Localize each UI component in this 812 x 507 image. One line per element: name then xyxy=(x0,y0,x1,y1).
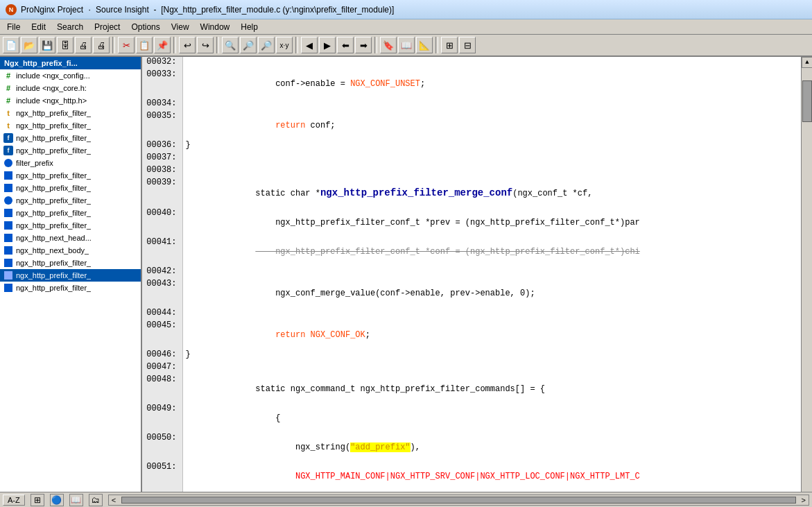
redo-button[interactable]: ↪ xyxy=(197,37,214,53)
undo-button[interactable]: ↩ xyxy=(179,37,196,53)
split-button[interactable]: ⊟ xyxy=(459,37,476,53)
scroll-up-arrow[interactable]: ▲ xyxy=(802,57,812,68)
code-scroll[interactable]: 00032: 00033: conf->enable = NGX_CONF_UN… xyxy=(142,57,801,492)
line-number: 00039: xyxy=(142,178,182,208)
status-bar: A-Z ⊞ 🔵 📖 🗂 < > xyxy=(0,492,812,507)
sep2 xyxy=(173,37,176,53)
code-line xyxy=(182,308,801,320)
sidebar-item[interactable]: ngx_http_prefix_filter_ xyxy=(0,182,141,194)
sidebar-item[interactable]: t ngx_http_prefix_filter_ xyxy=(0,119,141,132)
sidebar-item[interactable]: ngx_http_prefix_filter_ xyxy=(0,257,141,269)
code-line xyxy=(182,153,801,165)
code-line: } xyxy=(182,140,801,153)
bookmark-button[interactable]: 🔖 xyxy=(380,37,397,53)
menu-search[interactable]: Search xyxy=(51,21,89,33)
status-icon3[interactable]: 📖 xyxy=(69,494,83,506)
item-label: include <ngx_http.h> xyxy=(16,96,87,105)
hscroll-right[interactable]: > xyxy=(799,496,809,504)
table-row: 00036: } xyxy=(142,140,801,153)
table-row: 00045: return NGX_CONF_OK; xyxy=(142,320,801,350)
line-number: 00045: xyxy=(142,320,182,350)
sidebar-item-selected[interactable]: ngx_http_prefix_filter_ xyxy=(0,269,141,282)
copy-button[interactable]: 📋 xyxy=(136,37,153,53)
paste-button[interactable]: 📌 xyxy=(154,37,171,53)
az-button[interactable]: A-Z xyxy=(3,495,25,506)
menu-window[interactable]: Window xyxy=(195,21,236,33)
item-label: include <ngx_core.h: xyxy=(16,84,87,92)
open-button[interactable]: 📂 xyxy=(21,37,37,53)
print2-button[interactable]: 🖨 xyxy=(93,37,110,53)
code-line: { xyxy=(182,404,801,433)
book-button[interactable]: 📖 xyxy=(398,37,415,53)
lookup-button[interactable]: x·y xyxy=(276,37,293,53)
sidebar-item[interactable]: ngx_http_prefix_filter_ xyxy=(0,207,141,219)
sidebar-item[interactable]: # include <ngx_http.h> xyxy=(0,94,141,107)
code-line: ngx_string("add_prefix"), xyxy=(182,433,801,462)
item-label: ngx_http_prefix_filter_ xyxy=(16,271,91,280)
circle-icon xyxy=(3,158,14,168)
save-button[interactable]: 💾 xyxy=(39,37,55,53)
sidebar: Ngx_http_prefix_fi... # include <ngx_con… xyxy=(0,57,142,492)
sidebar-item[interactable]: ngx_http_prefix_filter_ xyxy=(0,169,141,182)
back-button[interactable]: ◀ xyxy=(301,37,318,53)
bookmark2-button[interactable]: 📐 xyxy=(416,37,433,53)
sidebar-item[interactable]: ngx_http_prefix_filter_ xyxy=(0,282,141,294)
menu-project[interactable]: Project xyxy=(89,21,126,33)
findref-button[interactable]: 🔎 xyxy=(258,37,275,53)
sidebar-item[interactable]: ngx_http_prefix_filter_ xyxy=(0,219,141,232)
horizontal-scrollbar[interactable]: < > xyxy=(108,495,809,506)
sidebar-item[interactable]: ngx_http_next_body_ xyxy=(0,244,141,257)
code-line: NGX_HTTP_MAIN_CONF|NGX_HTTP_SRV_CONF|NGX… xyxy=(182,462,801,491)
menu-view[interactable]: View xyxy=(166,21,195,33)
line-number: 00047: xyxy=(142,362,182,375)
table-row: 00041: ngx_http_prefix_filter_conf_t *co… xyxy=(142,237,801,266)
menu-options[interactable]: Options xyxy=(126,21,165,33)
sidebar-item[interactable]: filter_prefix xyxy=(0,157,141,169)
sidebar-title: Ngx_http_prefix_fi... xyxy=(0,57,141,69)
sidebar-item[interactable]: # include <ngx_config... xyxy=(0,69,141,82)
menu-help[interactable]: Help xyxy=(235,21,264,33)
prevloc-button[interactable]: ⬅ xyxy=(337,37,354,53)
forward-button[interactable]: ▶ xyxy=(319,37,336,53)
find-button[interactable]: 🔍 xyxy=(222,37,239,53)
code-line: static ngx_command_t ngx_http_prefix_fil… xyxy=(182,375,801,404)
circle-icon xyxy=(3,196,14,205)
findall-button[interactable]: 🔎 xyxy=(240,37,257,53)
line-number: 00038: xyxy=(142,165,182,178)
line-number: 00043: xyxy=(142,279,182,308)
square-icon xyxy=(3,283,14,293)
sidebar-item[interactable]: ngx_http_next_head... xyxy=(0,232,141,244)
table-row: 00047: xyxy=(142,362,801,375)
save-all-button[interactable]: 🗄 xyxy=(57,37,74,53)
code-line xyxy=(182,165,801,178)
menu-edit[interactable]: Edit xyxy=(26,21,51,33)
menu-file[interactable]: File xyxy=(1,21,26,33)
line-number: 00041: xyxy=(142,237,182,266)
sidebar-item[interactable]: t ngx_http_prefix_filter_ xyxy=(0,107,141,119)
table-row: 00039: static char *ngx_http_prefix_filt… xyxy=(142,178,801,208)
status-icon1[interactable]: ⊞ xyxy=(31,494,44,506)
table-row: 00046: } xyxy=(142,350,801,362)
print-button[interactable]: 🖨 xyxy=(75,37,92,53)
nextloc-button[interactable]: ➡ xyxy=(355,37,372,53)
item-label: ngx_http_prefix_filter_ xyxy=(16,109,91,117)
sidebar-item[interactable]: # include <ngx_core.h: xyxy=(0,82,141,94)
table-row: 00035: return conf; xyxy=(142,111,801,140)
sidebar-item[interactable]: f ngx_http_prefix_filter_ xyxy=(0,132,141,144)
vertical-scrollbar[interactable]: ▲ xyxy=(801,57,812,492)
item-label: ngx_http_prefix_filter_ xyxy=(16,121,91,130)
sidebar-item[interactable]: f ngx_http_prefix_filter_ xyxy=(0,144,141,157)
grid-button[interactable]: ⊞ xyxy=(441,37,458,53)
code-table: 00032: 00033: conf->enable = NGX_CONF_UN… xyxy=(142,57,801,492)
main-area: Ngx_http_prefix_fi... # include <ngx_con… xyxy=(0,57,812,492)
table-row: 00040: ngx_http_prefix_filter_conf_t *pr… xyxy=(142,208,801,237)
scroll-thumb[interactable] xyxy=(802,80,812,122)
new-button[interactable]: 📄 xyxy=(3,37,19,53)
status-icon4[interactable]: 🗂 xyxy=(89,494,103,506)
item-label: ngx_http_prefix_filter_ xyxy=(16,259,91,267)
sidebar-item[interactable]: ngx_http_prefix_filter_ xyxy=(0,194,141,207)
status-icon2[interactable]: 🔵 xyxy=(50,494,64,506)
sep4 xyxy=(295,37,298,53)
cut-button[interactable]: ✂ xyxy=(118,37,135,53)
hscroll-left[interactable]: < xyxy=(109,496,119,504)
